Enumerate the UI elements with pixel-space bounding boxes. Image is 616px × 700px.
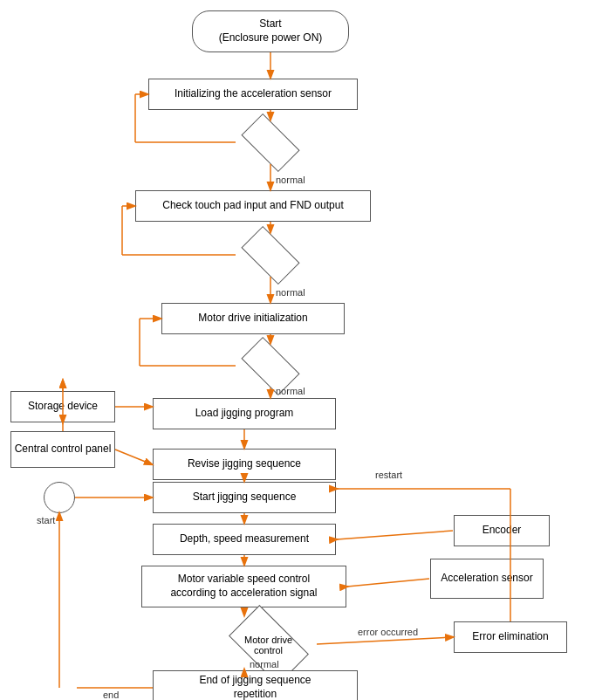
storage-box: Storage device — [10, 391, 115, 422]
svg-line-23 — [115, 450, 152, 464]
start-jigging-box: Start jigging sequence — [153, 482, 336, 513]
depth-speed-box: Depth, speed measurement — [153, 524, 336, 555]
svg-line-34 — [317, 637, 453, 644]
svg-text:restart: restart — [375, 470, 402, 480]
diamond1 — [236, 120, 305, 164]
accel-sensor-box: Acceleration sensor — [430, 559, 544, 599]
end-jigging-box: End of jigging sequencerepetition — [153, 670, 358, 700]
svg-line-30 — [347, 579, 429, 587]
encoder-box: Encoder — [454, 515, 550, 546]
flowchart-diagram: Start(Enclosure power ON) Initializing t… — [0, 0, 616, 700]
start-box: Start(Enclosure power ON) — [192, 10, 349, 52]
error-elim-box: Error elimination — [454, 621, 567, 653]
end-label-text: end — [103, 690, 119, 700]
svg-text:normal: normal — [276, 287, 305, 298]
central-box: Central control panel — [10, 431, 115, 468]
start-label: Start(Enclosure power ON) — [219, 17, 323, 45]
start-circle — [44, 482, 75, 513]
svg-line-28 — [337, 531, 453, 539]
motor-variable-box: Motor variable speed controlaccording to… — [141, 566, 346, 607]
svg-text:normal: normal — [276, 175, 305, 185]
diamond2 — [236, 233, 305, 277]
diamond3 — [236, 344, 305, 388]
revise-jigging-box: Revise jigging sequence — [153, 449, 336, 480]
start-circle-label: start — [37, 515, 55, 525]
init-sensor-box: Initializing the acceleration sensor — [148, 79, 358, 110]
diamond4: Motor drivecontrol — [218, 616, 318, 673]
motor-drive-init-box: Motor drive initialization — [161, 303, 345, 334]
load-jigging-box: Load jigging program — [153, 398, 336, 429]
check-touch-box: Check touch pad input and FND output — [135, 190, 371, 222]
error-occurred-label: error occurred — [358, 627, 418, 637]
